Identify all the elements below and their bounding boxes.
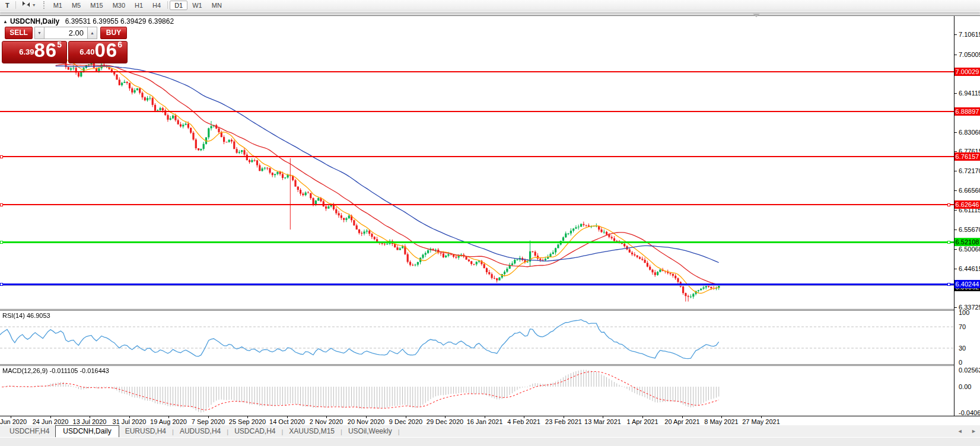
price-tick-mark <box>954 132 957 133</box>
timeframe-button-w1[interactable]: W1 <box>187 1 207 10</box>
price-tick-label: 6.83060 <box>959 129 980 136</box>
toolbar-separator <box>167 1 168 9</box>
status-strip <box>0 437 980 446</box>
time-axis: 5 Jun 202024 Jun 202013 Jul 202031 Jul 2… <box>0 416 980 425</box>
sell-price-prefix: 6.39 <box>19 47 34 56</box>
price-level-badge: 6.40244 <box>954 280 980 288</box>
buy-price-panel[interactable]: 6.40066 <box>68 41 128 63</box>
toolbar-grip[interactable] <box>43 1 46 9</box>
buy-price-sup: 6 <box>117 41 122 49</box>
price-tick-mark <box>954 307 957 308</box>
price-tick-mark <box>954 34 957 35</box>
price-tick-label: 6.44615 <box>959 265 980 272</box>
timeframe-button-d1[interactable]: D1 <box>170 1 187 10</box>
price-tick-mark <box>954 210 957 211</box>
collapse-icon[interactable]: ▲ <box>3 19 8 24</box>
chart-tab-audusd-h4[interactable]: AUDUSD,H4 <box>174 426 227 437</box>
price-tick-mark <box>954 93 957 94</box>
line-handle-right[interactable] <box>947 283 950 286</box>
tab-scroll-right-button[interactable]: ► <box>971 428 976 434</box>
horizontal-level-line[interactable] <box>0 111 954 112</box>
timeframe-button-h4[interactable]: H4 <box>148 1 166 10</box>
current-price-line <box>0 285 954 286</box>
price-tick-mark <box>954 269 957 269</box>
horizontal-level-line[interactable] <box>0 156 954 157</box>
price-tick-mark <box>954 249 957 250</box>
horizontal-level-line[interactable] <box>0 241 954 243</box>
toolbar-separator <box>15 1 16 9</box>
cursor-tools-icon <box>22 1 31 8</box>
price-axis: 7.106157.050056.995606.941156.885056.830… <box>954 16 980 416</box>
price-level-badge: 6.62646 <box>954 200 980 209</box>
text-tool-button[interactable]: T <box>1 1 14 10</box>
price-tick-label: 6.94115 <box>959 90 980 97</box>
volume-input[interactable] <box>44 27 87 39</box>
sell-price-sup: 5 <box>57 41 62 49</box>
volume-down-button[interactable]: ▼ <box>34 27 44 39</box>
macd-pane-separator[interactable] <box>0 364 954 366</box>
timeframe-button-h1[interactable]: H1 <box>130 1 148 10</box>
buy-button[interactable]: BUY <box>100 27 127 39</box>
price-tick-mark <box>954 151 957 152</box>
horizontal-level-line[interactable] <box>0 204 954 205</box>
price-tick-mark <box>954 171 957 171</box>
macd-label: MACD(12,26,9) -0.011105 -0.016443 <box>2 367 109 374</box>
chart-scrollbar-thumb[interactable] <box>0 12 980 14</box>
price-level-badge: 6.88897 <box>954 107 980 116</box>
horizontal-level-line[interactable] <box>0 71 954 72</box>
timeframe-button-m1[interactable]: M1 <box>49 1 67 10</box>
tab-scroll-left-button[interactable]: ◄ <box>957 428 963 434</box>
timeframe-buttons: M1M5M15M30H1H4D1W1MN <box>49 1 227 10</box>
price-level-badge: 6.52108 <box>954 238 980 246</box>
line-handle-left[interactable] <box>0 283 3 286</box>
price-level-badge: 7.00029 <box>954 68 980 76</box>
timeframe-button-mn[interactable]: MN <box>207 1 227 10</box>
chart-tab-eurusd-h4[interactable]: EURUSD,H4 <box>119 426 172 437</box>
chart-tab-usdchf-h4[interactable]: USDCHF,H4 <box>4 426 55 437</box>
price-level-badge: 6.76157 <box>954 152 980 161</box>
chart-tab-usdcnh-daily[interactable]: USDCNH,Daily <box>55 425 119 438</box>
price-tick-mark <box>954 230 957 230</box>
rsi-pane-separator[interactable] <box>0 309 954 311</box>
chart-tab-bar: USDCHF,H4USDCNH,DailyEURUSD,H4|AUDUSD,H4… <box>0 425 980 437</box>
price-tick-label: 6.50060 <box>959 246 980 253</box>
chart-window: ▲USDCNH,Daily 6.39531 6.39955 6.39429 6.… <box>0 15 980 425</box>
price-tick-label: 6.66560 <box>959 187 980 194</box>
timeframe-button-m5[interactable]: M5 <box>67 1 85 10</box>
price-tick-label: 7.10615 <box>959 31 980 38</box>
chart-tab-usdcad-h4[interactable]: USDCAD,H4 <box>228 426 281 437</box>
chart-tab-xauusd-m15[interactable]: XAUUSD,M15 <box>283 426 341 437</box>
rsi-scale-label: 70 <box>959 323 966 330</box>
price-tick-label: 7.05005 <box>959 51 980 58</box>
chart-tab-usoil-weekly[interactable]: USOil,Weekly <box>342 426 398 437</box>
chart-scrollbar[interactable] <box>0 11 980 15</box>
timeframe-button-m15[interactable]: M15 <box>85 1 107 10</box>
line-handle-right[interactable] <box>947 203 950 206</box>
top-toolbar: T ▼ M1M5M15M30H1H4D1W1MN <box>0 0 980 11</box>
buy-price-big: 06 <box>94 41 117 61</box>
rsi-scale-label: 30 <box>959 345 966 352</box>
one-click-trading-panel: SELL ▼ ▲ BUY 6.39865 6.40066 <box>2 27 128 63</box>
rsi-scale-label: 0 <box>959 359 962 366</box>
macd-scale-label: -0.040687 <box>959 409 980 416</box>
chevron-down-icon: ▼ <box>32 3 36 7</box>
price-tick-mark <box>954 55 957 55</box>
chart-shift-marker[interactable] <box>753 14 760 17</box>
sell-price-panel[interactable]: 6.39865 <box>2 41 67 63</box>
sell-button[interactable]: SELL <box>5 27 33 39</box>
cursor-tools-button[interactable]: ▼ <box>18 1 40 10</box>
price-chart-canvas[interactable] <box>0 16 954 416</box>
volume-up-button[interactable]: ▲ <box>87 27 97 39</box>
line-handle-left[interactable] <box>0 203 3 206</box>
line-handle-left[interactable] <box>0 155 3 158</box>
chart-ohlc-values: 6.39531 6.39955 6.39429 6.39862 <box>65 17 174 26</box>
timeframe-button-m30[interactable]: M30 <box>108 1 130 10</box>
buy-price-prefix: 6.40 <box>79 47 94 56</box>
rsi-label: RSI(14) 46.9053 <box>2 312 50 319</box>
line-handle-left[interactable] <box>0 241 3 244</box>
rsi-scale-label: 100 <box>959 309 969 316</box>
chart-title: USDCNH,Daily <box>10 17 59 26</box>
line-handle-right[interactable] <box>947 241 950 244</box>
tab-scroll-arrows: ◄ ► <box>950 428 976 434</box>
tab-separator: | <box>398 428 400 437</box>
